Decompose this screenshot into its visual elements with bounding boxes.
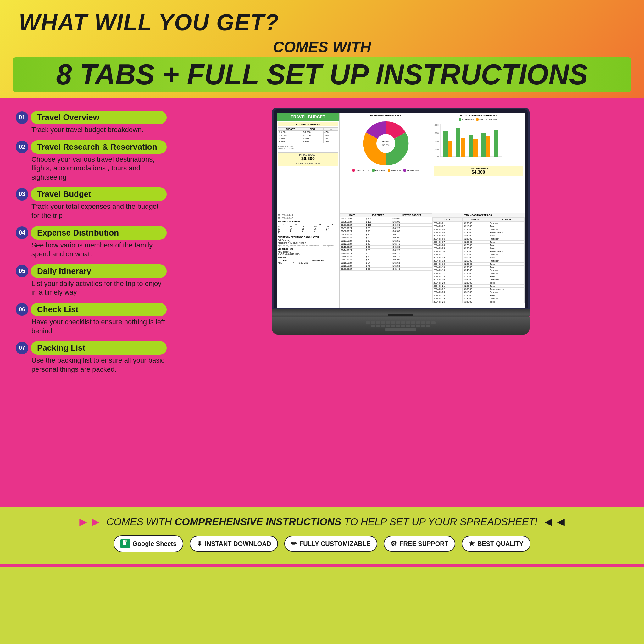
feature-07-number: 07 xyxy=(16,342,28,354)
svg-point-0 xyxy=(376,134,395,153)
svg-text:2,000: 2,000 xyxy=(434,148,439,151)
bar-chart: 8,000 6,000 4,000 2,000 0 xyxy=(434,122,503,163)
feature-05: 05 Daily Itinerary List your daily activ… xyxy=(16,264,167,297)
expenses-pie-chart: Hotel 30.5% xyxy=(361,118,411,169)
svg-rect-14 xyxy=(469,135,473,157)
svg-text:30.5%: 30.5% xyxy=(382,144,389,147)
what-title: WHAT WILL YOU GET? xyxy=(19,9,625,35)
svg-text:4,000: 4,000 xyxy=(434,140,439,142)
support-icon: ⚙ xyxy=(391,540,397,548)
feature-03-desc: Track your total expenses and the budget… xyxy=(16,202,167,220)
tabs-title: 8 TABS + FULL SET UP INSTRUCTIONS xyxy=(13,57,631,92)
svg-text:Hotel: Hotel xyxy=(382,140,390,143)
spreadsheet-screen: TRAVEL BUDGET BUDGET SUMMARY BUDGET REAL… xyxy=(277,113,525,308)
feature-05-title: Daily Itinerary xyxy=(37,266,91,276)
feature-06-number: 06 xyxy=(16,303,28,316)
feature-01-desc: Track your travel budget breakdown. xyxy=(16,125,167,135)
feature-03-number: 03 xyxy=(16,188,28,201)
expenses-breakdown-title: EXPENSES BREAKDOWN xyxy=(341,114,430,117)
svg-rect-22 xyxy=(123,543,126,543)
total-expenses-chart-title: TOTAL EXPENSES vs BUDGET xyxy=(434,114,523,117)
instant-download-badge: ⬇ INSTANT DOWNLOAD xyxy=(190,536,278,552)
customizable-label: FULLY CUSTOMIZABLE xyxy=(299,540,370,547)
feature-06-title-bg: Check List xyxy=(31,303,167,316)
feature-03: 03 Travel Budget Track your total expens… xyxy=(16,187,167,220)
arrow-right-icon: ◄◄ xyxy=(542,515,567,529)
feature-03-title: Travel Budget xyxy=(37,189,91,199)
best-quality-badge: ★ BEST QUALITY xyxy=(462,536,530,552)
feature-07: 07 Packing List Use the packing list to … xyxy=(16,341,167,374)
instant-download-label: INSTANT DOWNLOAD xyxy=(205,540,271,547)
feature-04-title: Expense Distribution xyxy=(37,228,119,237)
svg-text:6,000: 6,000 xyxy=(434,132,439,134)
feature-04-header: 04 Expense Distribution xyxy=(16,226,167,240)
svg-rect-17 xyxy=(486,136,490,157)
svg-rect-20 xyxy=(125,540,127,542)
feature-03-header: 03 Travel Budget xyxy=(16,187,167,201)
feature-01-title: Travel Overview xyxy=(37,113,99,122)
budget-summary-label: BUDGET SUMMARY xyxy=(278,122,338,126)
feature-02: 02 Travel Research & Reservation Choose … xyxy=(16,140,167,182)
feature-04-desc: See how various members of the family sp… xyxy=(16,241,167,259)
svg-rect-13 xyxy=(461,138,465,157)
features-list: 01 Travel Overview Track your travel bud… xyxy=(16,111,167,501)
svg-rect-16 xyxy=(481,133,486,157)
feature-07-title-bg: Packing List xyxy=(31,341,167,355)
svg-rect-21 xyxy=(123,542,126,542)
instructions-banner: ►► COMES WITH COMPREHENSIVE INSTRUCTIONS… xyxy=(16,515,628,529)
initial-budget-value: $6,300 xyxy=(280,156,336,161)
feature-05-desc: List your daily activities for the trip … xyxy=(16,279,167,297)
svg-rect-23 xyxy=(123,544,125,544)
svg-rect-15 xyxy=(473,139,478,157)
svg-rect-10 xyxy=(443,131,448,157)
svg-text:0: 0 xyxy=(437,155,439,158)
total-expenses-value: $4,300 xyxy=(436,169,522,175)
feature-06-title: Check List xyxy=(37,305,79,314)
star-icon: ★ xyxy=(469,540,475,548)
download-icon: ⬇ xyxy=(197,540,202,548)
comes-with: COMES WITH xyxy=(19,38,625,56)
edit-icon: ✏ xyxy=(291,540,297,548)
free-support-badge: ⚙ FREE SUPPORT xyxy=(384,536,455,552)
initial-budget-label: INITIAL BUDGET xyxy=(280,154,336,156)
feature-05-title-bg: Daily Itinerary xyxy=(31,264,167,278)
feature-02-desc: Choose your various travel destinations,… xyxy=(16,155,167,182)
arrow-left-icon: ►► xyxy=(77,515,102,529)
google-sheets-icon xyxy=(120,539,130,548)
feature-02-number: 02 xyxy=(16,141,28,153)
customizable-badge: ✏ FULLY CUSTOMIZABLE xyxy=(284,536,377,552)
instructions-bold-text: COMPREHENSIVE INSTRUCTIONS xyxy=(175,516,341,527)
feature-04-number: 04 xyxy=(16,226,28,239)
total-real-label: $ 6,300 $ 4,300 100% xyxy=(280,162,336,164)
feature-05-number: 05 xyxy=(16,265,28,277)
feature-02-title: Travel Research & Reservation xyxy=(37,142,157,152)
google-sheets-label: Google Sheets xyxy=(132,540,176,547)
feature-01: 01 Travel Overview Track your travel bud… xyxy=(16,111,167,135)
feature-07-desc: Use the packing list to ensure all your … xyxy=(16,356,167,374)
google-sheets-badge: Google Sheets xyxy=(114,535,183,552)
spreadsheet-travel-title: TRAVEL BUDGET xyxy=(277,113,339,121)
main-content: 01 Travel Overview Track your travel bud… xyxy=(0,98,644,507)
feature-01-header: 01 Travel Overview xyxy=(16,111,167,124)
svg-text:8,000: 8,000 xyxy=(434,124,439,126)
top-section: WHAT WILL YOU GET? COMES WITH 8 TABS + F… xyxy=(0,0,644,98)
bottom-bar: ►► COMES WITH COMPREHENSIVE INSTRUCTIONS… xyxy=(0,507,644,563)
svg-rect-18 xyxy=(494,130,498,157)
svg-rect-12 xyxy=(456,128,460,157)
svg-rect-11 xyxy=(448,141,452,157)
feature-02-title-bg: Travel Research & Reservation xyxy=(31,140,167,154)
free-support-label: FREE SUPPORT xyxy=(399,540,448,547)
feature-07-title: Packing List xyxy=(37,343,85,353)
feature-05-header: 05 Daily Itinerary xyxy=(16,264,167,278)
laptop: TRAVEL BUDGET BUDGET SUMMARY BUDGET REAL… xyxy=(272,108,530,335)
best-quality-label: BEST QUALITY xyxy=(477,540,524,547)
feature-01-title-bg: Travel Overview xyxy=(31,111,167,124)
total-expenses-label: TOTAL EXPENSES xyxy=(436,167,522,169)
instructions-text: COMES WITH COMPREHENSIVE INSTRUCTIONS TO… xyxy=(107,516,538,528)
laptop-mockup: TRAVEL BUDGET BUDGET SUMMARY BUDGET REAL… xyxy=(167,111,628,501)
feature-04: 04 Expense Distribution See how various … xyxy=(16,226,167,259)
feature-04-title-bg: Expense Distribution xyxy=(31,226,167,240)
feature-03-title-bg: Travel Budget xyxy=(31,187,167,201)
feature-06-desc: Have your checklist to ensure nothing is… xyxy=(16,318,167,336)
feature-01-number: 01 xyxy=(16,111,28,124)
